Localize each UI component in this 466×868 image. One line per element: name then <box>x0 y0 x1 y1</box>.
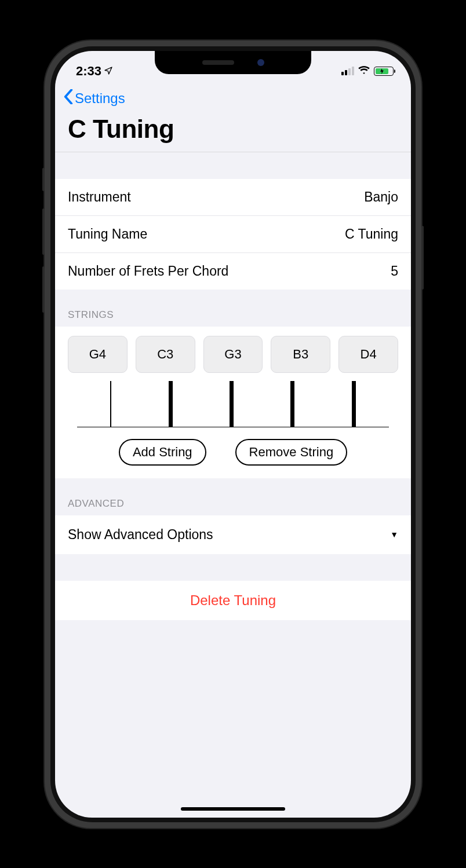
frets-row[interactable]: Number of Frets Per Chord 5 <box>55 253 411 290</box>
string-5-button[interactable]: D4 <box>338 336 398 373</box>
power-button <box>421 226 424 290</box>
string-1-button[interactable]: G4 <box>68 336 128 373</box>
back-label: Settings <box>75 90 125 107</box>
speaker-grille <box>202 60 234 65</box>
screen: 2:33 <box>55 51 411 818</box>
string-4-button[interactable]: B3 <box>271 336 330 373</box>
add-string-button[interactable]: Add String <box>119 439 206 466</box>
advanced-label: Show Advanced Options <box>68 527 213 543</box>
battery-icon <box>374 67 394 76</box>
tuning-name-label: Tuning Name <box>68 226 147 242</box>
volume-down-button <box>42 266 45 313</box>
advanced-header: ADVANCED <box>55 478 411 515</box>
home-indicator[interactable] <box>181 807 285 811</box>
volume-up-button <box>42 208 45 255</box>
instrument-label: Instrument <box>68 189 131 205</box>
strings-panel: G4 C3 G3 B3 D4 Add String Remove String <box>55 327 411 478</box>
back-button[interactable]: Settings <box>63 89 403 108</box>
frets-label: Number of Frets Per Chord <box>68 263 228 279</box>
strings-header: STRINGS <box>55 290 411 327</box>
show-advanced-row[interactable]: Show Advanced Options ▼ <box>55 515 411 554</box>
string-2-button[interactable]: C3 <box>136 336 195 373</box>
location-icon <box>104 64 113 79</box>
tuning-name-value: C Tuning <box>345 226 398 242</box>
status-time: 2:33 <box>76 64 101 79</box>
page-title: C Tuning <box>55 108 411 152</box>
remove-string-button[interactable]: Remove String <box>235 439 348 466</box>
instrument-value: Banjo <box>364 189 398 205</box>
string-diagram <box>77 381 389 427</box>
string-3-button[interactable]: G3 <box>203 336 263 373</box>
chevron-left-icon <box>63 89 74 108</box>
settings-group: Instrument Banjo Tuning Name C Tuning Nu… <box>55 179 411 290</box>
delete-tuning-button[interactable]: Delete Tuning <box>55 581 411 620</box>
wifi-icon <box>358 65 370 77</box>
nav-bar: Settings <box>55 85 411 108</box>
phone-frame: 2:33 <box>45 41 421 828</box>
notch <box>155 51 311 74</box>
frets-value: 5 <box>391 263 398 279</box>
tuning-name-row[interactable]: Tuning Name C Tuning <box>55 216 411 253</box>
mute-switch <box>42 168 45 191</box>
instrument-row[interactable]: Instrument Banjo <box>55 179 411 216</box>
signal-icon <box>341 67 354 75</box>
triangle-down-icon: ▼ <box>390 530 398 539</box>
front-camera <box>257 59 264 66</box>
